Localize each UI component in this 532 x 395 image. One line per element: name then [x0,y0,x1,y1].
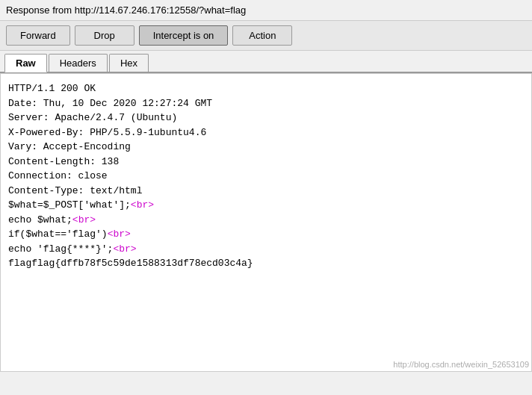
watermark: http://blog.csdn.net/weixin_52653109 [393,360,529,369]
content-line: flagflag{dffb78f5c59de1588313df78ecd03c4… [8,256,524,271]
tab-headers[interactable]: Headers [49,54,108,72]
content-line: echo 'flag{****}';<br> [8,242,524,257]
action-button[interactable]: Action [232,25,292,46]
toolbar: Forward Drop Intercept is on Action [0,21,532,51]
content-line: Vary: Accept-Encoding [8,140,524,155]
content-line: Server: Apache/2.4.7 (Ubuntu) [8,111,524,125]
page-title: Response from http://114.67.246.176:1255… [6,4,246,16]
html-tag: <br> [72,214,96,226]
content-area[interactable]: HTTP/1.1 200 OKDate: Thu, 10 Dec 2020 12… [0,73,532,372]
tab-raw[interactable]: Raw [4,54,47,72]
content-line: if($what=='flag')<br> [8,227,524,242]
html-tag: <br> [108,228,131,240]
content-line: X-Powered-By: PHP/5.5.9-1ubuntu4.6 [8,125,524,140]
content-line: Date: Thu, 10 Dec 2020 12:27:24 GMT [8,96,524,111]
tab-hex[interactable]: Hex [109,54,149,72]
drop-button[interactable]: Drop [75,25,134,46]
tab-bar: Raw Headers Hex [0,51,532,73]
intercept-button[interactable]: Intercept is on [139,25,229,46]
main-wrapper: Response from http://114.67.246.176:1255… [0,0,532,372]
content-line: Connection: close [8,169,524,184]
html-tag: <br> [113,243,136,255]
forward-button[interactable]: Forward [6,25,70,46]
content-line: Content-Length: 138 [8,155,524,169]
content-line: HTTP/1.1 200 OK [8,81,524,96]
html-tag: <br> [131,199,154,211]
title-bar: Response from http://114.67.246.176:1255… [0,0,532,21]
content-line: Content-Type: text/html [8,184,524,199]
content-line: echo $what;<br> [8,213,524,228]
content-line: $what=$_POST['what'];<br> [8,198,524,213]
